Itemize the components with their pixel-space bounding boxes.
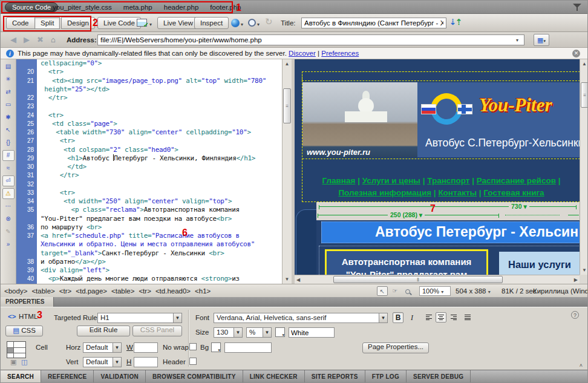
tag-selector-item[interactable]: <td.head0> [155, 287, 191, 295]
open-documents-icon[interactable]: ▤ [2, 61, 15, 72]
related-file-tab[interactable]: header.php [164, 4, 199, 11]
align-right-icon[interactable] [449, 312, 460, 322]
site-nav-link[interactable]: Гостевая книга [483, 188, 544, 197]
remove-comment-icon[interactable]: ⊗ [2, 214, 15, 224]
results-tab[interactable]: SEARCH [1, 370, 41, 383]
back-icon[interactable]: ◀ [10, 32, 16, 48]
merge-cells-icon[interactable]: ▣ [10, 358, 16, 366]
site-nav-link[interactable]: Контакты [438, 188, 477, 197]
inspect-button[interactable]: Inspect [194, 17, 229, 29]
syntax-error-alerts-icon[interactable]: ⚠ [2, 188, 15, 199]
view-options-icon[interactable]: ▦▾ [534, 34, 549, 46]
results-tab[interactable]: SITE REPORTS [305, 370, 365, 383]
related-file-tab[interactable]: footer.php [210, 4, 241, 11]
tag-selector-item[interactable]: <td.page> [76, 287, 107, 295]
properties-tab[interactable]: PROPERTIES [1, 297, 54, 307]
table-width-730[interactable]: 730 ▾ [509, 203, 529, 210]
site-nav-link[interactable]: Транспорт [427, 176, 469, 185]
height-input[interactable] [134, 357, 158, 367]
scroll-up-icon[interactable]: ▲ [580, 61, 588, 67]
size-select[interactable]: 130▼ [214, 327, 243, 338]
header-checkbox[interactable] [189, 358, 197, 365]
page-h1-banner[interactable]: Автобус Петербург - Хельсин [321, 221, 588, 243]
tag-selector-item[interactable]: <tr> [139, 287, 151, 295]
highlight-invalid-code-icon[interactable]: ≈ [2, 163, 15, 174]
bg-color-swatch[interactable] [211, 342, 221, 352]
title-input[interactable] [301, 18, 446, 28]
bg-color-input[interactable] [224, 342, 272, 353]
scroll-left-icon[interactable]: ◀ [296, 275, 300, 284]
address-input[interactable] [97, 34, 524, 45]
tag-selector-item[interactable]: <body> [4, 287, 27, 295]
collapse-full-tag-icon[interactable]: ⇄ [2, 87, 15, 97]
live-view-button[interactable]: Live View [157, 17, 199, 29]
scroll-down-icon[interactable]: ▼ [580, 267, 588, 273]
align-left-icon[interactable] [423, 312, 434, 322]
live-code-button[interactable]: Live Code [97, 17, 141, 29]
text-color-swatch[interactable] [275, 327, 285, 337]
width-input[interactable] [134, 342, 158, 353]
scrollbar-thumb[interactable]: ≡ [283, 88, 291, 123]
file-management-icon[interactable]: ⇣⇡ [449, 18, 462, 27]
code-vertical-scrollbar[interactable]: ▲ ▼ ≡ [282, 59, 292, 284]
align-justify-icon[interactable] [462, 312, 472, 322]
line-numbers-icon[interactable]: # [2, 150, 15, 161]
results-tab[interactable]: SERVER DEBUG [407, 370, 471, 383]
hand-tool-icon[interactable]: ☞ [390, 286, 400, 296]
results-tab[interactable]: REFERENCE [41, 370, 94, 383]
apply-comment-icon[interactable]: ⋯ [2, 201, 15, 212]
source-code-tab[interactable]: Source Code [5, 2, 58, 12]
zoom-tool-icon[interactable] [402, 286, 413, 296]
results-tab[interactable]: BROWSER COMPATIBILITY [146, 370, 243, 383]
scroll-down-icon[interactable]: ▼ [283, 277, 292, 282]
code-view-button[interactable]: Code [6, 17, 35, 29]
unit-select[interactable]: %▼ [246, 327, 272, 338]
bold-button[interactable]: B [393, 312, 403, 323]
preview-in-browser-icon[interactable] [231, 19, 240, 27]
scroll-up-icon[interactable]: ▲ [283, 61, 292, 67]
targeted-rule-select[interactable]: H1▼ [97, 313, 182, 323]
align-center-icon[interactable] [436, 312, 446, 322]
collapse-selection-icon[interactable]: ▭ [2, 99, 15, 110]
vert-select[interactable]: Default▼ [83, 357, 122, 367]
address-dropdown-icon[interactable]: ▾ [516, 38, 518, 43]
magnification-select[interactable]: 100% ▾ [419, 286, 451, 296]
tag-selector-item[interactable]: <tr> [59, 287, 71, 295]
design-view-pane[interactable]: You-Piter www.you-piter.ru Автобус С.Пет… [295, 59, 588, 284]
font-select[interactable]: Verdana, Arial, Helvetica, sans-serif▼ [214, 313, 388, 323]
design-view-button[interactable]: Design [61, 17, 95, 29]
show-more-icon[interactable]: » [2, 239, 15, 250]
split-cell-icon[interactable]: ◫ [21, 358, 27, 366]
expand-all-icon[interactable]: ✱ [2, 112, 15, 123]
preferences-link[interactable]: Preferences [321, 50, 359, 57]
stop-icon[interactable]: ✖ [37, 32, 44, 48]
column-width-250[interactable]: 250 (288) ▾ [388, 211, 425, 218]
code-navigator-icon[interactable]: ✳ [2, 74, 15, 85]
tag-selector-item[interactable]: <table> [31, 287, 54, 295]
related-file-tab[interactable]: you_piter_style.css [53, 4, 112, 11]
panel-resize-grip[interactable]: ˄ [580, 362, 583, 368]
italic-button[interactable]: I [407, 312, 417, 323]
horz-select[interactable]: Default▼ [83, 342, 122, 353]
results-tab[interactable]: VALIDATION [94, 370, 146, 383]
related-file-tab[interactable]: meta.php [123, 4, 152, 11]
services-box[interactable]: Наши услуги [499, 252, 580, 277]
css-mode-button[interactable]: ▤ CSS [5, 326, 43, 336]
design-horizontal-scrollbar[interactable]: ◀ ▶ ⦀ [295, 275, 580, 284]
check-browser-compatibility-icon[interactable] [248, 19, 256, 27]
scrollbar-thumb[interactable]: ≡ [581, 82, 588, 108]
design-vertical-scrollbar[interactable]: ▲ ▼ ≡ [580, 59, 588, 275]
scroll-right-icon[interactable]: ▶ [574, 275, 578, 284]
balance-braces-icon[interactable]: {} [2, 137, 15, 148]
results-tab[interactable]: LINK CHECKER [243, 370, 305, 383]
no-wrap-checkbox[interactable] [189, 343, 197, 350]
tag-selector-item[interactable]: <h1> [195, 287, 211, 295]
code-editor[interactable]: cellspacing="0">20 <tr>21 <td><img src="… [16, 59, 282, 284]
html-mode-button[interactable]: HTML [19, 313, 38, 320]
site-nav-link[interactable]: Услуги и цены [362, 176, 420, 185]
results-tab[interactable]: FTP LOG [365, 370, 407, 383]
code-view-pane[interactable]: ▤✳⇄▭✱↖{}#≈⏎⚠⋯⊗✎» cellspacing="0">20 <tr>… [1, 59, 292, 284]
close-icon[interactable]: ✕ [572, 50, 580, 57]
text-color-input[interactable] [289, 327, 335, 338]
discover-link[interactable]: Discover [289, 50, 316, 57]
